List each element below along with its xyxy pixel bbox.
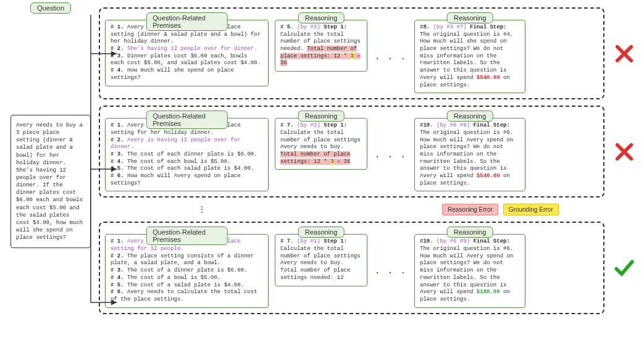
ellipsis: . . . [374, 150, 408, 160]
reasoning-final-card: #10. (by #6 #9) Final Step: The original… [414, 234, 525, 307]
legend-grounding-error: Grounding Error [503, 204, 559, 215]
question-label: Question [30, 2, 71, 14]
reasoning-row: Question-Related Premises# 1. Avery need… [99, 106, 637, 198]
rows-column: Question-Related Premises# 1. Avery need… [99, 7, 637, 351]
reasoning-label: Reasoning [298, 110, 345, 122]
premise-line: # 6. Avery needs to calculate the total … [111, 289, 263, 303]
premise-line: # 6. How much will Avery spend on place … [111, 173, 263, 187]
legend: Reasoning ErrorGrounding Error [442, 204, 559, 215]
premise-line: # 3. The cost of each dinner plate is $6… [111, 151, 263, 159]
reasoning-label: Reasoning [447, 12, 493, 23]
reasoning-step1-card: # 7. (by #2) Step 1: Calculate the total… [275, 118, 367, 170]
row-group: Question-Related Premises# 1. Avery need… [99, 7, 604, 99]
ellipsis: . . . [374, 52, 408, 62]
reasoning-step1-card: # 5. (by #2) Step 1: Calculate the total… [275, 20, 367, 72]
vertical-ellipsis: ⋮ [198, 204, 207, 215]
question-column: Question Avery needs to buy a 3 piece pl… [7, 7, 94, 351]
reasoning-label: Reasoning [298, 12, 345, 23]
premise-line: # 5. The cost of a salad plate is $4.00. [111, 282, 263, 289]
reasoning-label: Reasoning [447, 227, 493, 238]
premise-line: # 4. The cost of a bowl is $5.00. [111, 275, 263, 282]
reasoning-label: Reasoning [298, 227, 345, 238]
reasoning-final-card: #8. (by #4 #7) Final Step: The original … [414, 20, 525, 93]
cross-icon [612, 7, 637, 99]
legend-reasoning-error: Reasoning Error [442, 204, 498, 215]
reasoning-step1-card: # 7. (by #1) Step 1: Calculate the total… [275, 234, 367, 286]
premises-label: Question-Related Premises [146, 110, 228, 129]
question-box: Avery needs to buy a 3 piece place setti… [10, 115, 91, 248]
reasoning-label: Reasoning [447, 110, 493, 122]
premise-line: # 2. The place setting consists of a din… [111, 253, 263, 267]
reasoning-row: Question-Related Premises# 1. Avery need… [99, 222, 637, 314]
reasoning-row: Question-Related Premises# 1. Avery need… [99, 7, 637, 99]
premise-line: # 5. The cost of each salad plate is $4.… [111, 165, 263, 173]
premise-line: # 3. Dinner plates cost $6.00 each, bowl… [111, 53, 263, 67]
premise-line: # 2. She's having 12 people over for din… [111, 46, 263, 53]
legend-row: ⋮Reasoning ErrorGrounding Error [99, 204, 637, 215]
cross-icon [612, 106, 637, 198]
premises-label: Question-Related Premises [146, 227, 228, 245]
row-group: Question-Related Premises# 1. Avery need… [99, 106, 604, 198]
premise-line: # 3. The cost of a dinner plate is $6.00… [111, 267, 263, 275]
check-icon [612, 222, 637, 314]
premise-line: # 2. Avery is having 12 people over for … [111, 137, 263, 151]
row-group: Question-Related Premises# 1. Avery need… [99, 222, 604, 314]
ellipsis: . . . [374, 266, 408, 276]
reasoning-final-card: #10. (by #6 #9) Final Step: The original… [414, 118, 525, 191]
premise-line: # 4. How much will she spend on place se… [111, 67, 263, 81]
premises-label: Question-Related Premises [146, 12, 228, 31]
premise-line: # 4. The cost of each bowl is $5.00. [111, 159, 263, 166]
